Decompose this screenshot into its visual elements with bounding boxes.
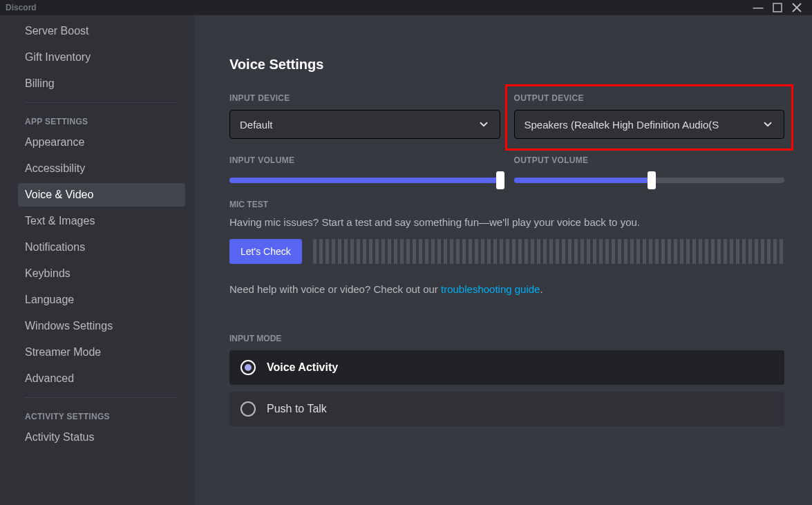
sidebar-item-advanced[interactable]: Advanced — [18, 367, 185, 390]
radio-icon — [240, 360, 256, 375]
input-mode-push-to-talk[interactable]: Push to Talk — [229, 392, 784, 426]
help-text: Need help with voice or video? Check out… — [229, 283, 784, 295]
separator — [25, 102, 178, 103]
window-maximize-button[interactable] — [768, 0, 787, 15]
sidebar-item-text-images[interactable]: Text & Images — [18, 209, 185, 233]
svg-rect-1 — [773, 3, 782, 12]
sidebar-item-accessibility[interactable]: Accessibility — [18, 157, 185, 180]
mic-test-button[interactable]: Let's Check — [229, 239, 302, 264]
sidebar-item-streamer-mode[interactable]: Streamer Mode — [18, 341, 185, 364]
sidebar-item-appearance[interactable]: Appearance — [18, 131, 185, 154]
sidebar-header-activity: ACTIVITY SETTINGS — [10, 399, 188, 426]
window-close-button[interactable] — [787, 0, 806, 15]
sidebar-item-windows-settings[interactable]: Windows Settings — [18, 314, 185, 338]
content: Voice Settings INPUT DEVICE Default OUTP… — [195, 15, 812, 505]
output-volume-slider[interactable] — [514, 178, 785, 183]
sidebar-item-notifications[interactable]: Notifications — [18, 236, 185, 259]
sidebar-item-billing[interactable]: Billing — [18, 72, 185, 95]
sidebar-item-activity-status[interactable]: Activity Status — [18, 426, 185, 449]
troubleshooting-link[interactable]: troubleshooting guide — [441, 283, 540, 295]
titlebar: Discord — [0, 0, 812, 15]
slider-thumb[interactable] — [496, 171, 504, 189]
slider-thumb[interactable] — [648, 171, 656, 189]
mic-test-label: MIC TEST — [229, 200, 784, 209]
radio-label: Voice Activity — [267, 361, 338, 374]
sidebar-item-server-boost[interactable]: Server Boost — [18, 19, 185, 43]
input-device-select[interactable]: Default — [229, 110, 500, 139]
page-title: Voice Settings — [229, 57, 784, 73]
radio-label: Push to Talk — [267, 403, 327, 415]
input-volume-slider[interactable] — [229, 178, 500, 183]
window-minimize-button[interactable] — [748, 0, 768, 15]
output-device-value: Speakers (Realtek High Definition Audio(… — [525, 119, 719, 131]
sidebar-item-language[interactable]: Language — [18, 288, 185, 312]
svg-rect-0 — [753, 8, 764, 9]
sidebar-item-gift-inventory[interactable]: Gift Inventory — [18, 46, 185, 69]
output-device-highlight: OUTPUT DEVICE Speakers (Realtek High Def… — [505, 84, 794, 151]
sidebar-item-voice-video[interactable]: Voice & Video — [18, 183, 185, 207]
input-mode-voice-activity[interactable]: Voice Activity — [229, 350, 784, 385]
slider-fill — [514, 178, 652, 183]
input-device-value: Default — [240, 119, 273, 131]
output-volume-label: OUTPUT VOLUME — [514, 155, 785, 165]
sidebar-header-app: APP SETTINGS — [10, 104, 188, 131]
mic-meter — [313, 239, 784, 264]
slider-fill — [229, 178, 500, 183]
mic-test-description: Having mic issues? Start a test and say … — [229, 216, 784, 228]
input-device-label: INPUT DEVICE — [229, 93, 500, 103]
output-device-label: OUTPUT DEVICE — [514, 93, 785, 103]
separator — [25, 397, 178, 398]
sidebar-item-keybinds[interactable]: Keybinds — [18, 262, 185, 285]
chevron-down-icon — [762, 118, 774, 131]
input-volume-label: INPUT VOLUME — [229, 155, 500, 165]
chevron-down-icon — [478, 118, 490, 131]
sidebar: Server Boost Gift Inventory Billing APP … — [0, 15, 195, 505]
app-name: Discord — [6, 3, 37, 12]
input-mode-label: INPUT MODE — [229, 334, 784, 343]
output-device-select[interactable]: Speakers (Realtek High Definition Audio(… — [514, 110, 785, 139]
radio-icon — [240, 401, 256, 417]
